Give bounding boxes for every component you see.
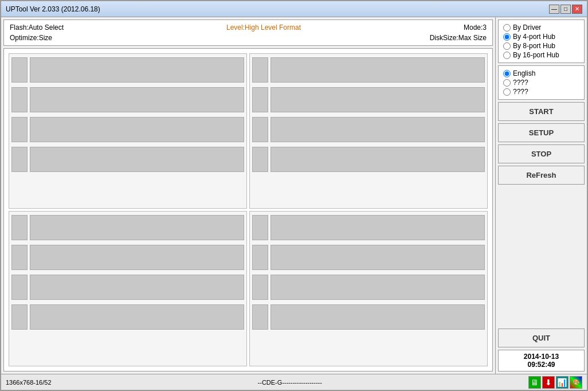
drive-row-6 — [252, 86, 485, 114]
drive-indicator-15 — [252, 275, 268, 300]
info-bar: Flash:Auto Select Level:High Level Forma… — [3, 19, 493, 46]
drive-row-7 — [252, 116, 485, 143]
minimize-button[interactable]: — — [549, 5, 559, 14]
datetime-display: 2014-10-13 09:52:49 — [498, 350, 585, 372]
optimize-label: Optimize:Size — [10, 34, 52, 42]
lang-option-2[interactable]: ???? — [503, 79, 579, 87]
lang-radio-2[interactable] — [503, 79, 511, 87]
status-icon-4[interactable]: 🎨 — [570, 376, 582, 389]
status-icons: 🖥 ⬇ 📊 🎨 — [528, 376, 582, 389]
content-area: Flash:Auto Select Level:High Level Forma… — [1, 17, 587, 374]
lang-radio-english[interactable] — [503, 70, 511, 77]
sidebar: By Driver By 4-port Hub By 8-port Hub By… — [495, 17, 587, 374]
drive-bar-12 — [30, 304, 244, 330]
drive-indicator-1 — [11, 57, 28, 83]
drive-indicator-6 — [252, 87, 268, 112]
drive-row-16 — [252, 303, 485, 331]
titlebar: UPTool Ver 2.033 (2012.06.18) — □ ✕ — [1, 1, 587, 17]
status-icon-2[interactable]: ⬇ — [542, 376, 555, 389]
drive-bar-2 — [30, 87, 244, 112]
hub-label-16port: By 16-port Hub — [513, 51, 559, 59]
drive-bar-3 — [30, 117, 244, 142]
drive-group-1 — [9, 53, 247, 209]
hub-option-driver[interactable]: By Driver — [503, 24, 579, 32]
status-left: 1366x768-16/52 — [6, 379, 52, 386]
drive-indicator-4 — [11, 147, 28, 172]
setup-button[interactable]: SETUP — [498, 123, 585, 142]
lang-label-english: English — [513, 69, 535, 77]
drive-indicator-2 — [11, 87, 28, 112]
language-section: English ???? ???? — [498, 65, 585, 100]
drive-row-8 — [252, 146, 485, 173]
drive-group-4 — [249, 211, 488, 366]
hub-label-driver: By Driver — [513, 24, 541, 32]
drive-row-10 — [11, 244, 244, 271]
window-title: UPTool Ver 2.033 (2012.06.18) — [6, 5, 100, 13]
drive-indicator-7 — [252, 117, 268, 142]
drive-row-11 — [11, 273, 244, 301]
drive-group-3 — [9, 211, 247, 366]
date-display: 2014-10-13 — [503, 353, 579, 361]
drive-bar-13 — [271, 215, 485, 240]
drive-row-15 — [252, 273, 485, 301]
drive-group-2 — [249, 53, 488, 209]
disksize-label: DiskSize:Max Size — [430, 34, 487, 42]
stop-button[interactable]: STOP — [498, 144, 585, 163]
window-controls: — □ ✕ — [549, 5, 582, 14]
quit-button[interactable]: QUIT — [498, 329, 585, 347]
hub-radio-16port[interactable] — [503, 52, 511, 59]
drive-bar-14 — [271, 245, 485, 270]
hub-label-8port: By 8-port Hub — [513, 42, 555, 50]
start-button[interactable]: START — [498, 102, 585, 121]
level-label: Level:High Level Format — [226, 24, 301, 32]
hub-radio-driver[interactable] — [503, 24, 511, 32]
lang-radio-group: English ???? ???? — [503, 69, 579, 96]
flash-label: Flash:Auto Select — [10, 24, 64, 32]
lang-label-3: ???? — [513, 88, 528, 96]
drive-row-5 — [252, 56, 485, 84]
drive-indicator-11 — [11, 275, 28, 300]
drive-indicator-14 — [252, 245, 268, 270]
hub-label-4port: By 4-port Hub — [513, 33, 555, 41]
drive-bar-7 — [271, 117, 485, 142]
lang-radio-3[interactable] — [503, 88, 511, 96]
drive-bar-5 — [271, 57, 485, 83]
drive-row-9 — [11, 214, 244, 241]
status-icon-3[interactable]: 📊 — [556, 376, 569, 389]
drives-grid — [9, 53, 488, 366]
drive-indicator-16 — [252, 304, 268, 330]
drive-indicator-12 — [11, 304, 28, 330]
drives-container — [3, 48, 493, 372]
drive-bar-4 — [30, 147, 244, 172]
hub-option-16port[interactable]: By 16-port Hub — [503, 51, 579, 59]
hub-option-8port[interactable]: By 8-port Hub — [503, 42, 579, 50]
hub-radio-8port[interactable] — [503, 42, 511, 50]
drive-indicator-10 — [11, 245, 28, 270]
main-window: UPTool Ver 2.033 (2012.06.18) — □ ✕ Flas… — [0, 0, 588, 391]
hub-selection-section: By Driver By 4-port Hub By 8-port Hub By… — [498, 19, 585, 63]
mode-label: Mode:3 — [464, 24, 487, 32]
status-center: --CDE-G------------------- — [258, 379, 322, 386]
drive-row-1 — [11, 56, 244, 84]
drive-bar-1 — [30, 57, 244, 83]
drive-indicator-3 — [11, 117, 28, 142]
info-row-2: Optimize:Size DiskSize:Max Size — [10, 34, 487, 42]
drive-row-13 — [252, 214, 485, 241]
lang-option-english[interactable]: English — [503, 69, 579, 77]
drive-indicator-13 — [252, 215, 268, 240]
status-bar: 1366x768-16/52 --CDE-G------------------… — [1, 374, 587, 390]
drive-indicator-5 — [252, 57, 268, 83]
drive-row-4 — [11, 146, 244, 173]
drive-bar-16 — [271, 304, 485, 330]
drive-bar-8 — [271, 147, 485, 172]
lang-option-3[interactable]: ???? — [503, 88, 579, 96]
refresh-button[interactable]: ReFresh — [498, 166, 585, 185]
close-button[interactable]: ✕ — [572, 5, 582, 14]
maximize-button[interactable]: □ — [560, 5, 571, 14]
status-icon-1[interactable]: 🖥 — [528, 376, 541, 389]
hub-radio-4port[interactable] — [503, 33, 511, 41]
hub-option-4port[interactable]: By 4-port Hub — [503, 33, 579, 41]
time-display: 09:52:49 — [503, 361, 579, 369]
info-row-1: Flash:Auto Select Level:High Level Forma… — [10, 24, 487, 32]
drive-bar-11 — [30, 275, 244, 300]
